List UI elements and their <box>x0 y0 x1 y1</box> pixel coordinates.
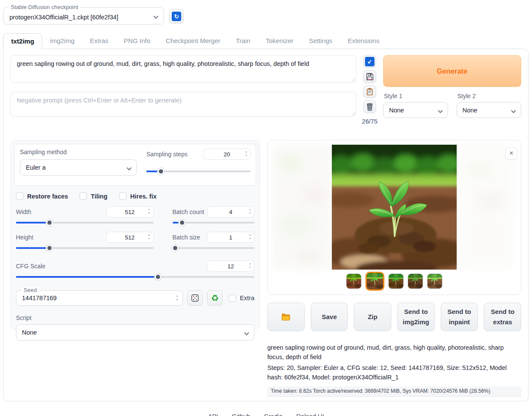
save-button[interactable]: Save <box>311 303 348 331</box>
send-to-img2img-button[interactable]: Send to img2img <box>397 303 435 331</box>
generated-image[interactable] <box>332 145 457 270</box>
txt2img-panel: green sapling rowing out of ground, mud,… <box>3 49 529 401</box>
chevron-down-icon <box>438 108 442 113</box>
style1-select[interactable]: None <box>383 102 448 118</box>
reload-ui-link[interactable]: Reload UI <box>296 413 324 416</box>
tiling-checkbox[interactable]: Tiling <box>80 192 107 200</box>
output-column: × Save Zip S <box>267 140 521 397</box>
generate-button[interactable]: Generate <box>383 55 521 87</box>
tab-extras[interactable]: Extras <box>82 33 116 49</box>
checkbox-icon[interactable] <box>229 295 236 302</box>
github-link[interactable]: Github <box>232 413 250 416</box>
trash-icon <box>365 102 374 111</box>
open-folder-button[interactable] <box>267 303 305 331</box>
info-time-text: Time taken: 8.62s Torch active/reserved:… <box>267 386 521 397</box>
style1-label: Style 1 <box>384 93 448 99</box>
style2-select[interactable]: None <box>457 102 522 118</box>
restore-faces-checkbox[interactable]: Restore faces <box>16 192 68 200</box>
paste-generation-params-button[interactable]: ↙ <box>363 55 376 68</box>
spinner-icons[interactable]: ▲▼ <box>148 233 151 241</box>
tab-extensions[interactable]: Extensions <box>340 33 387 49</box>
script-value: None <box>22 329 37 336</box>
prompt-input[interactable]: green sapling rowing out of ground, mud,… <box>10 55 356 83</box>
app-header: Stable Diffusion checkpoint protogenX34O… <box>0 0 532 25</box>
page-footer: API• Github• Gradio• Reload UI python: 3… <box>0 413 532 416</box>
checkpoint-value: protogenX34OfficialR_1.ckpt [60fe2f34] <box>9 11 118 21</box>
refresh-checkpoints-button[interactable]: ↻ <box>169 9 184 24</box>
cfg-scale-slider[interactable] <box>16 273 254 281</box>
random-seed-button[interactable] <box>187 290 203 306</box>
paste-arrow-icon: ↙ <box>365 57 374 66</box>
gallery-thumbnail[interactable] <box>427 273 442 289</box>
sampling-steps-input[interactable]: 20 ▲▼ <box>203 149 251 160</box>
extra-seed-checkbox[interactable]: Extra <box>229 295 254 302</box>
gallery-thumbnail-selected[interactable] <box>365 272 384 291</box>
width-input[interactable]: 512 ▲▼ <box>106 206 154 217</box>
width-label: Width <box>16 208 31 215</box>
spinner-icons[interactable]: ▲▼ <box>249 208 251 215</box>
batch-size-slider[interactable] <box>173 244 255 252</box>
gallery-thumbnail[interactable] <box>346 273 362 289</box>
save-style-button[interactable] <box>363 70 376 83</box>
zip-button[interactable]: Zip <box>354 303 391 331</box>
batch-count-label: Batch count <box>173 208 204 215</box>
seed-input[interactable]: Seed 1441787169 ▲▼ <box>16 290 183 306</box>
sampling-steps-label: Sampling steps <box>146 151 188 158</box>
recycle-icon: ♻ <box>211 293 219 303</box>
width-slider[interactable] <box>16 219 154 227</box>
token-counter: 26/75 <box>362 118 377 125</box>
style2-value: None <box>463 107 478 114</box>
tab-png-info[interactable]: PNG Info <box>116 33 158 49</box>
height-slider[interactable] <box>16 244 154 252</box>
checkbox-icon[interactable] <box>16 192 23 200</box>
sampling-steps-slider[interactable] <box>146 168 251 175</box>
reuse-seed-button[interactable]: ♻ <box>207 290 223 306</box>
slider-knob[interactable] <box>158 168 164 175</box>
gallery-thumbnail[interactable] <box>408 273 423 289</box>
floppy-disk-icon <box>365 72 374 81</box>
checkbox-icon[interactable] <box>80 192 87 200</box>
tab-train[interactable]: Train <box>228 33 258 49</box>
gallery-thumbnail[interactable] <box>388 273 404 289</box>
style2-label: Style 2 <box>458 93 522 99</box>
batch-count-input[interactable]: 4 ▲▼ <box>207 206 254 217</box>
negative-prompt-input[interactable] <box>10 92 356 117</box>
checkpoint-label: Stable Diffusion checkpoint <box>9 4 80 10</box>
sampling-method-select[interactable]: Euler a <box>20 159 137 176</box>
spinner-icons[interactable]: ▲▼ <box>245 150 247 158</box>
send-to-extras-button[interactable]: Send to extras <box>484 303 521 331</box>
cfg-scale-label: CFG Scale <box>16 263 45 270</box>
close-gallery-button[interactable]: × <box>505 147 517 159</box>
gallery-blur-left <box>272 145 332 270</box>
checkbox-icon[interactable] <box>119 192 127 200</box>
result-gallery: × <box>267 140 521 295</box>
dice-icon <box>191 294 199 302</box>
apply-style-button[interactable] <box>363 85 376 98</box>
api-link[interactable]: API <box>208 413 218 416</box>
tab-settings[interactable]: Settings <box>301 33 340 49</box>
main-tabs: txt2img img2img Extras PNG Info Checkpoi… <box>3 33 532 49</box>
seed-label: Seed <box>22 287 39 293</box>
sampling-method-label: Sampling method <box>20 149 137 155</box>
tab-tokenizer[interactable]: Tokenizer <box>258 33 301 49</box>
info-params-text: Steps: 20, Sampler: Euler a, CFG scale: … <box>267 363 521 382</box>
script-select[interactable]: None <box>16 324 254 341</box>
batch-count-slider[interactable] <box>173 219 255 227</box>
chevron-down-icon <box>127 165 131 170</box>
tab-checkpoint-merger[interactable]: Checkpoint Merger <box>158 33 228 49</box>
spinner-icons[interactable]: ▲▼ <box>148 208 151 215</box>
cfg-scale-input[interactable]: 12 ▲▼ <box>207 261 254 272</box>
hires-fix-checkbox[interactable]: Hires. fix <box>119 192 157 200</box>
height-input[interactable]: 512 ▲▼ <box>106 232 154 243</box>
clear-prompt-button[interactable] <box>363 100 376 113</box>
tab-img2img[interactable]: img2img <box>42 33 82 49</box>
gradio-link[interactable]: Gradio <box>264 413 283 416</box>
spinner-icons[interactable]: ▲▼ <box>249 262 251 270</box>
batch-size-input[interactable]: 1 ▲▼ <box>207 232 254 243</box>
gallery-blur-right <box>457 145 513 270</box>
spinner-icons[interactable]: ▲▼ <box>176 294 178 302</box>
checkpoint-select[interactable]: Stable Diffusion checkpoint protogenX34O… <box>3 7 164 25</box>
tab-txt2img[interactable]: txt2img <box>3 33 42 49</box>
send-to-inpaint-button[interactable]: Send to inpaint <box>441 303 478 331</box>
spinner-icons[interactable]: ▲▼ <box>249 233 251 241</box>
